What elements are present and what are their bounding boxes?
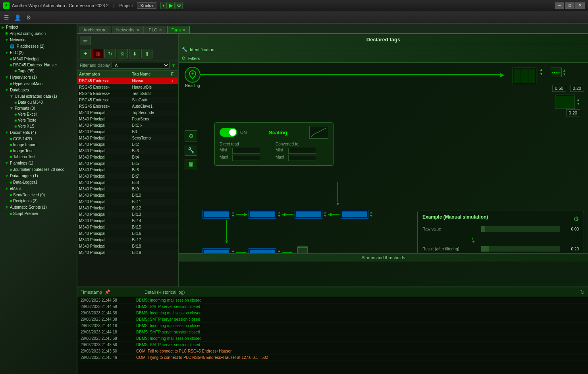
identification-section[interactable]: 🔧 Identification — [179, 45, 588, 54]
tree-plc[interactable]: ▼ PLC (2) — [3, 49, 77, 56]
tab-tags-close[interactable]: ✕ — [182, 28, 185, 32]
table-row[interactable]: RSG45 Endress+AutoClave1 — [77, 103, 178, 110]
plus-spinner[interactable]: ▲ ▼ — [563, 68, 566, 76]
table-row[interactable]: M340 PrincipalBit15 — [77, 224, 178, 231]
project-play-btn[interactable]: ▶ — [168, 2, 175, 9]
tree-documents[interactable]: ▼ Documents (4) — [3, 129, 77, 136]
table-row[interactable]: M340 PrincipalBit2 — [77, 141, 178, 148]
maxi-input-conv[interactable]: 4,00 — [288, 155, 316, 161]
sp-spinner2[interactable]: ▲ ▼ — [576, 98, 580, 106]
tab-architecture[interactable]: Architecture — [79, 26, 111, 33]
toolbar-menu-btn[interactable]: ☰ — [2, 13, 11, 22]
flow-spinner-2[interactable]: ▲ ▼ — [278, 211, 281, 218]
tree-emails[interactable]: ▼ eMails — [3, 185, 77, 192]
tree-hypervision-main[interactable]: ■ HypervisionMain — [8, 81, 77, 87]
tree-vers-excel[interactable]: ■ Vers Excel — [13, 111, 77, 117]
plus-down-icon[interactable]: ▼ — [563, 72, 566, 76]
fsp3-down[interactable]: ▼ — [324, 214, 327, 218]
fsp4-down[interactable]: ▼ — [370, 214, 373, 218]
close-btn[interactable]: ✕ — [575, 2, 585, 9]
tree-data-logger[interactable]: ▼ Data-Logger (1) — [3, 172, 77, 179]
toolbar-settings-btn[interactable]: ⚙ — [24, 13, 33, 22]
fsp1-down[interactable]: ▼ — [231, 214, 235, 218]
maxi-input-direct[interactable]: 10 000,00 — [232, 155, 260, 161]
tab-plc-close[interactable]: ✕ — [159, 28, 162, 32]
grid-down-icon[interactable]: ▼ — [540, 72, 543, 76]
table-row[interactable]: M340 PrincipalBit10 — [77, 192, 178, 199]
tree-journalier[interactable]: ■ Journalier Toutes les 20 seco — [8, 167, 77, 172]
table-row[interactable]: M340 PrincipalBit3 — [77, 148, 178, 154]
flow-spinner-4[interactable]: ▲ ▼ — [370, 211, 373, 218]
delete-tag-btn[interactable]: 🗑 — [92, 49, 103, 58]
fsp2-down[interactable]: ▼ — [278, 214, 281, 218]
tree-ccs142d[interactable]: ■ CCS 142D — [8, 136, 77, 142]
table-row[interactable]: M340 PrincipalTopSeconde — [77, 110, 178, 116]
tree-hypervisors[interactable]: ▼ Hypervisors (1) — [3, 74, 77, 81]
filter-recycle-btn[interactable]: ♻ — [185, 130, 197, 141]
copy-tag-btn[interactable]: ⎘ — [117, 49, 128, 58]
table-row[interactable]: RSG45 Endress+Niveau● — [77, 78, 178, 84]
table-row[interactable]: M340 PrincipalBit7 — [77, 173, 178, 180]
tab-tags[interactable]: Tags ✕ — [167, 26, 190, 33]
table-row[interactable]: M340 PrincipalBit17 — [77, 237, 178, 243]
table-row[interactable]: M340 PrincipalBit19 — [77, 250, 178, 256]
alarms-bar[interactable]: Alarms and thresholds — [179, 253, 588, 262]
table-row[interactable]: M340 PrincipalBit16 — [77, 231, 178, 237]
minimize-btn[interactable]: ─ — [555, 2, 564, 9]
tree-project[interactable]: ▶ Project — [0, 24, 77, 31]
log-refresh-icon[interactable]: ↻ — [580, 289, 585, 295]
tree-image-test[interactable]: ■ Image Test — [8, 148, 77, 154]
fsp4-up[interactable]: ▲ — [370, 211, 373, 214]
tree-formats[interactable]: ▼ Formats (3) — [8, 105, 77, 111]
table-row[interactable]: M340 PrincipalBit6 — [77, 167, 178, 173]
tab-networks-close[interactable]: ✕ — [136, 28, 139, 32]
fsp3-up[interactable]: ▲ — [324, 211, 327, 214]
table-row[interactable]: RSG45 Endress+SiloGrain — [77, 97, 178, 103]
plus-up-icon[interactable]: ▲ — [563, 68, 566, 72]
mini-input-direct[interactable]: 0,00 — [232, 148, 260, 154]
table-row[interactable]: M340 PrincipalFourSens — [77, 116, 178, 122]
maximize-btn[interactable]: □ — [565, 2, 575, 9]
sp-down2[interactable]: ▼ — [576, 102, 580, 106]
table-row[interactable]: M340 PrincipalBit8 — [77, 180, 178, 186]
grid-up-icon[interactable]: ▲ — [540, 68, 543, 72]
tree-ip-addresses[interactable]: 🌐 IP addresses (2) — [8, 43, 77, 49]
refresh-tags-btn[interactable]: ↻ — [104, 49, 116, 58]
project-settings-btn[interactable]: ⚙ — [175, 2, 183, 9]
sp-up2[interactable]: ▲ — [576, 98, 580, 102]
tree-usual-extracted[interactable]: ▼ Usual extracted data (1) — [8, 93, 77, 99]
tab-plc[interactable]: PLC ✕ — [145, 26, 166, 33]
project-name[interactable]: Kooka — [137, 2, 156, 9]
table-row[interactable]: M340 PrincipalBit5 — [77, 161, 178, 167]
tree-project-config[interactable]: ⚙ Project configuration — [3, 31, 77, 37]
fsp1-up[interactable]: ▲ — [231, 211, 235, 214]
table-row[interactable]: M340 PrincipalBit4 — [77, 154, 178, 161]
import-tag-btn[interactable]: ⬆ — [141, 49, 152, 58]
fsp2-up[interactable]: ▲ — [278, 211, 281, 214]
table-row[interactable]: M340 PrincipalBit12 — [77, 205, 178, 211]
tree-vers-texte[interactable]: ■ Vers Texte — [13, 117, 77, 123]
download-tag-btn[interactable]: ⬇ — [129, 49, 140, 58]
scaling-toggle[interactable] — [220, 128, 237, 137]
tree-script-premier[interactable]: ■ Script Premier — [8, 211, 77, 217]
tree-data-m340[interactable]: ■ Data du M340 — [13, 99, 77, 105]
table-row[interactable]: M340 PrincipalBitDix — [77, 122, 178, 129]
tree-networks[interactable]: ▼ Networks — [3, 37, 77, 43]
mini-input-conv[interactable]: 0,00 — [288, 148, 316, 154]
tree-vers-xls[interactable]: ■ Vers XLS — [13, 123, 77, 129]
tree-plannings[interactable]: ▼ Plannings (1) — [3, 160, 77, 167]
tree-data-logger1[interactable]: ■ Data-Logger1 — [8, 179, 77, 185]
plus-btn[interactable]: ···+ — [551, 68, 562, 77]
toolbar-user-btn[interactable]: 👤 — [13, 13, 22, 22]
filter-tool-btn[interactable]: 🔧 — [185, 145, 197, 156]
table-row[interactable]: M340 PrincipalSensTemp — [77, 135, 178, 141]
project-dropdown-btn[interactable]: ▼ — [160, 2, 167, 9]
sim-gear-icon[interactable]: ⚙ — [573, 215, 579, 223]
tab-networks[interactable]: Networks ✕ — [112, 26, 144, 33]
tree-databases[interactable]: ▼ Databases — [3, 87, 77, 93]
flow-spinner-3[interactable]: ▲ ▼ — [324, 211, 327, 218]
tree-image-import[interactable]: ■ Image Import — [8, 142, 77, 148]
filters-section[interactable]: ⚙ Filters — [179, 54, 588, 63]
table-row[interactable]: M340 PrincipalBit14 — [77, 218, 178, 224]
tree-tags-95[interactable]: ■ Tags (95) — [13, 68, 77, 74]
